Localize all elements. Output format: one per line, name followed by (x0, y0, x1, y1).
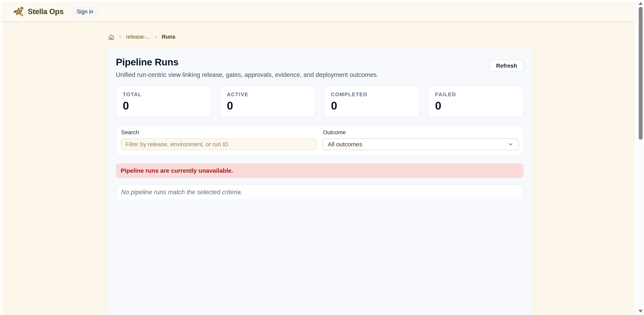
stat-label: ACTIVE (227, 91, 308, 98)
stat-card-failed: FAILED 0 (428, 86, 524, 117)
app-background: Stella Ops Sign in release-... Runs Pipe… (2, 2, 635, 315)
stat-value: 0 (331, 100, 413, 111)
top-bar: Stella Ops Sign in (2, 2, 635, 21)
search-input[interactable] (121, 138, 317, 150)
stat-label: FAILED (435, 91, 517, 98)
outcome-label: Outcome (323, 129, 519, 136)
brand: Stella Ops (13, 6, 64, 17)
empty-state-message: No pipeline runs match the selected crit… (121, 189, 242, 196)
stella-ops-logo-icon (13, 6, 24, 17)
stat-label: TOTAL (123, 91, 204, 98)
outcome-selected-value: All outcomes (328, 141, 362, 148)
stat-card-active: ACTIVE 0 (220, 86, 316, 117)
brand-name: Stella Ops (28, 8, 64, 16)
filters-card: Search Outcome All outcomes (116, 125, 524, 156)
outcome-select[interactable]: All outcomes (322, 138, 519, 150)
stat-card-completed: COMPLETED 0 (324, 86, 420, 117)
breadcrumb-item-release[interactable]: release-... (126, 34, 150, 40)
pipeline-runs-panel: Pipeline Runs Unified run-centric view l… (108, 49, 531, 315)
scrollbar-thumb[interactable] (639, 7, 642, 140)
empty-state-card: No pipeline runs match the selected crit… (116, 184, 524, 200)
chevron-right-icon (154, 35, 158, 39)
breadcrumb: release-... Runs (108, 34, 176, 40)
stat-label: COMPLETED (331, 91, 413, 98)
page-header-row: Pipeline Runs Unified run-centric view l… (116, 55, 524, 79)
error-message: Pipeline runs are currently unavailable. (121, 167, 233, 174)
vertical-scrollbar[interactable] (637, 0, 644, 315)
chevron-down-icon (508, 142, 514, 147)
page-title: Pipeline Runs (116, 57, 378, 68)
stat-value: 0 (227, 100, 308, 111)
scroll-up-arrow-icon[interactable] (638, 2, 642, 5)
error-banner: Pipeline runs are currently unavailable. (116, 163, 524, 178)
stat-value: 0 (123, 100, 204, 111)
search-label: Search (121, 129, 317, 136)
search-field-group: Search (121, 129, 317, 150)
sign-in-button[interactable]: Sign in (71, 7, 99, 17)
scroll-down-arrow-icon[interactable] (638, 310, 642, 312)
refresh-button[interactable]: Refresh (490, 60, 524, 72)
stats-row: TOTAL 0 ACTIVE 0 COMPLETED 0 FAILED 0 (116, 86, 524, 117)
page-subtitle: Unified run-centric view linking release… (116, 71, 378, 79)
breadcrumb-item-runs: Runs (162, 34, 176, 40)
stat-card-total: TOTAL 0 (116, 86, 211, 117)
page-heading-block: Pipeline Runs Unified run-centric view l… (116, 55, 378, 79)
stat-value: 0 (435, 100, 517, 111)
chevron-right-icon (118, 35, 122, 39)
home-icon[interactable] (108, 34, 114, 40)
outcome-field-group: Outcome All outcomes (322, 129, 519, 150)
